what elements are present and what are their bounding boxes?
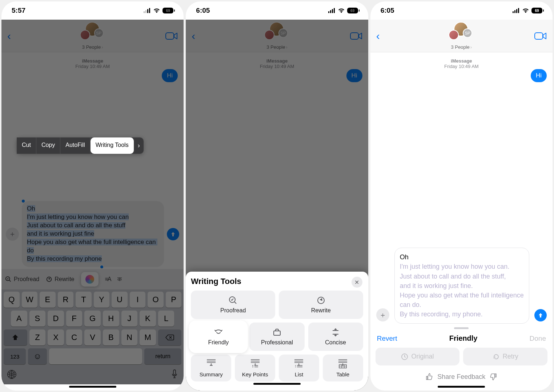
ctx-writing-tools[interactable]: Writing Tools [91,137,134,154]
facetime-button[interactable] [165,32,178,40]
keyboard[interactable]: QWERTYUIOP ASDFGHJKL ZXCVBNM 123 ☺ retur… [1,289,184,384]
send-button[interactable] [534,309,547,321]
group-avatar[interactable]: SP [449,22,474,41]
rewrite-shortcut[interactable]: Rewrite [46,276,74,283]
done-button[interactable]: Done [530,335,546,343]
key-k[interactable]: K [140,311,156,327]
header-title[interactable]: 3 People [266,44,288,50]
key-s[interactable]: S [29,311,46,327]
thumbs-up-icon[interactable] [425,373,433,381]
key-o[interactable]: O [148,292,164,308]
space-key[interactable] [49,348,142,364]
key-b[interactable]: B [103,329,119,345]
key-z[interactable]: Z [29,329,46,345]
format-icon[interactable]: ≡A [105,276,111,283]
result-body: I'm just letting you know how you can. J… [400,262,524,319]
back-button[interactable]: ‹ [192,30,195,42]
summary-card[interactable]: Summary [191,355,231,381]
compose-row: ＋ Oh I'm just letting you know how you c… [370,248,553,324]
key-w[interactable]: W [22,292,38,308]
back-button[interactable]: ‹ [7,30,11,42]
back-button[interactable]: ‹ [376,30,380,42]
clock: 6:05 [196,7,210,15]
retry-button[interactable]: Retry [463,348,547,365]
ctx-more-arrow[interactable]: › [134,137,144,154]
proofread-shortcut[interactable]: Proofread [5,276,39,283]
wifi-icon [522,8,529,13]
chat-area: iMessageFriday 10:49 AM Hi ＋ Oh I'm just… [1,52,184,269]
facetime-button[interactable] [534,32,547,40]
result-first-line: Oh [400,252,524,262]
header-title[interactable]: 3 People [82,44,103,50]
key-i[interactable]: I [130,292,146,308]
header-title[interactable]: 3 People [451,44,472,50]
shift-key[interactable] [4,329,27,345]
key-q[interactable]: Q [4,292,20,308]
key-a[interactable]: A [11,311,27,327]
rewrite-card[interactable]: Rewrite [279,291,363,319]
feedback-label[interactable]: Share Feedback [437,373,485,381]
send-button[interactable] [167,228,179,240]
key-h[interactable]: H [103,311,119,327]
original-button[interactable]: Original [376,348,460,365]
return-key[interactable]: return [144,348,181,364]
group-avatar[interactable]: SP [80,22,105,41]
dictation-key[interactable] [171,369,178,381]
delete-key[interactable] [158,329,182,345]
key-v[interactable]: V [84,329,101,345]
key-e[interactable]: E [40,292,56,308]
professional-card[interactable]: Professional [249,323,304,351]
language-icon[interactable]: क [117,276,122,283]
message-input[interactable]: Oh I'm just letting you know how you can… [394,248,529,324]
cellular-icon [513,8,520,13]
facetime-button[interactable] [350,32,362,40]
sent-message[interactable]: Hi [162,69,178,82]
thumbs-down-icon[interactable] [490,373,498,381]
ctx-cut[interactable]: Cut [17,137,36,154]
home-indicator[interactable] [69,386,116,388]
ctx-autofill[interactable]: AutoFill [60,137,90,154]
friendly-card[interactable]: Friendly [191,323,246,351]
key-g[interactable]: G [84,311,101,327]
concise-card[interactable]: Concise [308,323,363,351]
message-input[interactable]: Oh I'm just letting you know how you can… [22,201,164,267]
key-l[interactable]: L [158,311,174,327]
key-u[interactable]: U [112,292,128,308]
plus-button[interactable]: ＋ [376,308,389,321]
proofread-card[interactable]: Proofread [191,291,275,319]
battery-icon: 69 [347,8,358,13]
ctx-copy[interactable]: Copy [36,137,60,154]
sent-message[interactable]: Hi [346,69,362,82]
list-card[interactable]: List [279,355,319,381]
key-y[interactable]: Y [94,292,110,308]
group-avatar[interactable]: SP [264,22,290,41]
key-r[interactable]: R [58,292,74,308]
key-j[interactable]: J [121,311,138,327]
close-button[interactable]: ✕ [352,277,362,288]
key-x[interactable]: X [48,329,64,345]
key-p[interactable]: P [166,292,182,308]
emoji-key[interactable]: ☺ [28,348,47,364]
svg-rect-3 [173,370,176,375]
home-indicator[interactable] [253,383,301,385]
wifi-icon [153,8,160,13]
key-c[interactable]: C [66,329,83,345]
writing-tools-icon[interactable] [81,272,99,287]
table-card[interactable]: Table [323,355,363,381]
key-row-1: QWERTYUIOP [4,292,181,308]
key-t[interactable]: T [76,292,92,308]
keypoints-card[interactable]: Key Points [235,355,275,381]
numbers-key[interactable]: 123 [4,348,26,364]
plus-button[interactable]: ＋ [6,228,19,241]
home-indicator[interactable] [438,386,485,388]
key-m[interactable]: M [140,329,156,345]
key-f[interactable]: F [66,311,83,327]
sent-message[interactable]: Hi [531,69,547,82]
globe-key[interactable]: 🌐︎ [7,369,17,381]
revert-button[interactable]: Revert [377,335,397,343]
key-n[interactable]: N [121,329,138,345]
status-bar: 5:57 69 [1,1,184,20]
battery-icon: 69 [162,8,173,13]
key-d[interactable]: D [48,311,64,327]
cellular-icon [144,8,151,13]
